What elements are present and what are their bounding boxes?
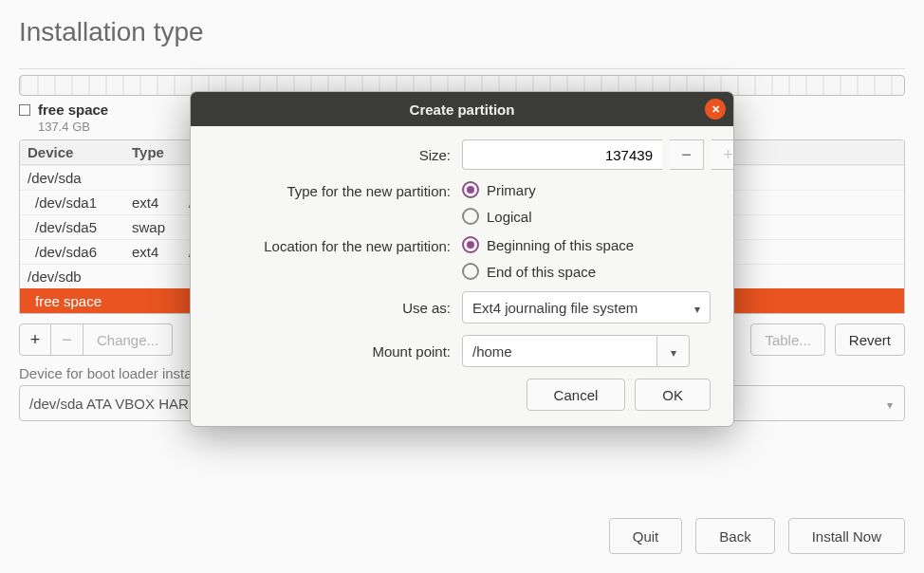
cell-device: /dev/sda5 — [28, 219, 132, 235]
cell-device: free space — [28, 293, 132, 309]
install-now-button[interactable]: Install Now — [788, 518, 905, 554]
revert-button[interactable]: Revert — [835, 323, 905, 356]
add-partition-button[interactable]: + — [19, 323, 51, 356]
new-partition-table-button[interactable]: Table... — [750, 323, 824, 356]
partition-type-logical-radio[interactable]: Logical — [462, 208, 711, 225]
chevron-down-icon — [694, 300, 700, 316]
size-increment-button[interactable]: + — [711, 139, 734, 170]
size-input[interactable] — [462, 139, 662, 170]
legend-swatch — [19, 104, 30, 116]
radio-icon — [462, 236, 479, 253]
chevron-down-icon — [671, 343, 676, 360]
mount-point-label: Mount point: — [213, 343, 451, 360]
radio-icon — [462, 181, 479, 198]
change-partition-button[interactable]: Change... — [83, 323, 173, 356]
cell-type: swap — [132, 219, 189, 235]
mount-point-value: /home — [472, 343, 512, 360]
dialog-title: Create partition — [410, 102, 515, 118]
radio-label: End of this space — [487, 264, 596, 280]
ok-button[interactable]: OK — [635, 379, 711, 411]
size-decrement-button[interactable]: − — [670, 139, 704, 170]
legend-size: 137.4 GB — [38, 120, 90, 134]
radio-icon — [462, 263, 479, 280]
mount-point-input[interactable]: /home — [462, 335, 657, 367]
radio-label: Primary — [487, 182, 536, 198]
location-end-radio[interactable]: End of this space — [462, 263, 711, 280]
wizard-footer: Quit Back Install Now — [609, 518, 905, 554]
cancel-button[interactable]: Cancel — [527, 379, 626, 411]
use-as-label: Use as: — [213, 300, 451, 316]
cell-device: /dev/sda6 — [28, 244, 132, 260]
mount-point-dropdown-button[interactable] — [657, 335, 690, 367]
col-type: Type — [132, 144, 189, 160]
cell-type: ext4 — [132, 244, 189, 260]
quit-button[interactable]: Quit — [609, 518, 683, 554]
remove-partition-button[interactable]: − — [51, 323, 83, 356]
partition-type-primary-radio[interactable]: Primary — [462, 181, 711, 198]
radio-icon — [462, 208, 479, 225]
radio-label: Logical — [487, 209, 532, 225]
chevron-down-icon — [887, 396, 893, 412]
cell-device: /dev/sda — [28, 170, 132, 186]
use-as-select[interactable]: Ext4 journaling file system — [462, 291, 711, 323]
size-label: Size: — [213, 147, 451, 163]
partition-location-label: Location for the new partition: — [213, 236, 451, 254]
radio-label: Beginning of this space — [487, 237, 634, 253]
divider — [19, 68, 905, 69]
use-as-value: Ext4 journaling file system — [472, 300, 638, 316]
location-beginning-radio[interactable]: Beginning of this space — [462, 236, 711, 253]
legend-label: free space — [38, 102, 108, 118]
close-icon[interactable] — [705, 99, 726, 120]
create-partition-dialog: Create partition Size: − + MB Type for t… — [190, 91, 734, 427]
partition-type-label: Type for the new partition: — [213, 181, 451, 199]
cell-type: ext4 — [132, 194, 189, 211]
col-device: Device — [28, 144, 132, 160]
back-button[interactable]: Back — [695, 518, 774, 554]
cell-device: /dev/sda1 — [28, 194, 132, 211]
page-title: Installation type — [19, 17, 905, 47]
dialog-titlebar: Create partition — [191, 92, 733, 126]
cell-device: /dev/sdb — [28, 268, 132, 285]
